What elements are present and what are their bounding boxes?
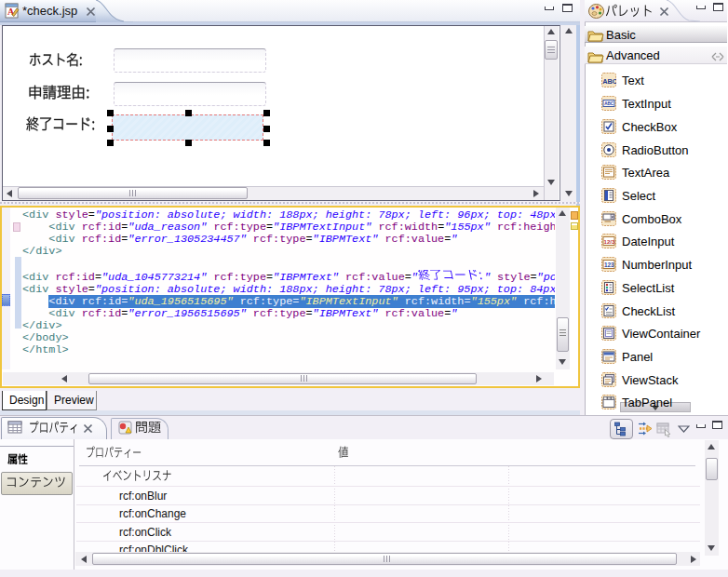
svg-text:123: 123 [604, 262, 614, 268]
svg-text:ABC: ABC [602, 77, 616, 86]
svg-text:12/3: 12/3 [604, 239, 615, 245]
svg-text:ABC: ABC [604, 101, 614, 106]
